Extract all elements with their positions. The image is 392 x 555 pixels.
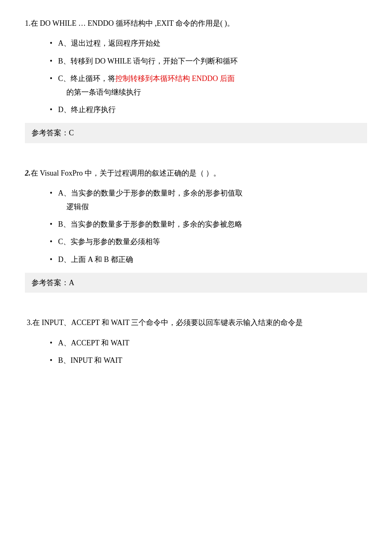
question-2-option-c: C、实参与形参的数量必须相等 [50,235,367,248]
question-2: 2.在 Visual FoxPro 中，关于过程调用的叙述正确的是（ ）。 A、… [25,166,367,293]
question-2-text: 2.在 Visual FoxPro 中，关于过程调用的叙述正确的是（ ）。 [25,166,367,180]
question-1-option-d: D、终止程序执行 [50,103,367,116]
question-1-text: 1.在 DO WHILE … ENDDO 循环结构中 ,EXIT 命令的作用是(… [25,17,367,30]
question-1-option-a: A、退出过程，返回程序开始处 [50,37,367,50]
question-3: 3.在 INPUT、ACCEPT 和 WAIT 三个命令中，必须要以回车键表示输… [25,316,367,367]
question-2-options: A、当实参的数量少于形参的数量时，多余的形参初值取 逻辑假 B、当实参的数量多于… [25,186,367,266]
question-2-answer: 参考答案：A [25,273,367,293]
separator-2 [25,308,367,316]
question-1-option-b: B、转移到 DO WHILE 语句行，开始下一个判断和循环 [50,54,367,68]
question-1-answer: 参考答案：C [25,123,367,143]
question-2-option-b: B、当实参的数量多于形参的数量时，多余的实参被忽略 [50,218,367,231]
separator-1 [25,158,367,166]
question-3-option-a: A、ACCEPT 和 WAIT [50,336,367,350]
question-1: 1.在 DO WHILE … ENDDO 循环结构中 ,EXIT 命令的作用是(… [25,17,367,143]
question-1-options: A、退出过程，返回程序开始处 B、转移到 DO WHILE 语句行，开始下一个判… [25,37,367,116]
question-1-option-c: C、终止循环，将控制转移到本循环结构 ENDDO 后面 的第一条语句继续执行 [50,72,367,99]
question-2-option-d: D、上面 A 和 B 都正确 [50,253,367,266]
question-3-text: 3.在 INPUT、ACCEPT 和 WAIT 三个命令中，必须要以回车键表示输… [25,316,367,329]
question-3-options: A、ACCEPT 和 WAIT B、INPUT 和 WAIT [25,336,367,367]
question-2-option-a: A、当实参的数量少于形参的数量时，多余的形参初值取 逻辑假 [50,186,367,213]
question-3-option-b: B、INPUT 和 WAIT [50,354,367,367]
